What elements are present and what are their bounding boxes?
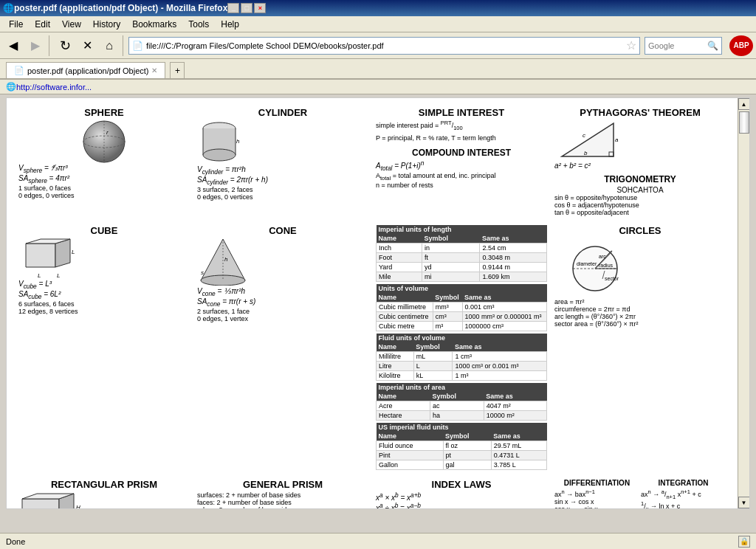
simple-interest-section: SIMPLE INTEREST simple interest paid = P… xyxy=(373,104,550,219)
menu-file[interactable]: File xyxy=(3,18,29,31)
svg-text:r: r xyxy=(106,129,109,136)
row2: CUBE L L L Vcube = L³ SAcube = 6L² 6 sur… xyxy=(16,222,729,473)
imperial-length-table: Imperial units of length NameSymbolSame … xyxy=(376,225,547,282)
addon-button[interactable]: ABP xyxy=(729,35,753,56)
row1: SPHERE r Vsphere = ⁴⁄₃πr³ SAsphere = 4πr… xyxy=(16,104,729,219)
pythagoras-formula: a² + b² = c² xyxy=(554,162,726,170)
svg-text:arc: arc xyxy=(599,254,606,259)
infobar-icon: 🌐 xyxy=(6,82,16,92)
tab-icon: 📄 xyxy=(14,66,24,75)
maximize-button[interactable]: □ xyxy=(241,3,252,13)
svg-marker-15 xyxy=(26,244,55,267)
pdf-content: SPHERE r Vsphere = ⁴⁄₃πr³ SAsphere = 4πr… xyxy=(7,98,738,508)
circles-section: CIRCLES radius diameter arc sector area … xyxy=(551,222,729,473)
forward-button[interactable]: ▶ xyxy=(25,35,46,56)
menu-view[interactable]: View xyxy=(56,18,87,31)
address-input[interactable] xyxy=(146,41,623,50)
cube-section: CUBE L L L Vcube = L³ SAcube = 6L² 6 sur… xyxy=(16,222,193,473)
menu-history[interactable]: History xyxy=(87,18,126,31)
address-bar-container[interactable]: 📄 ☆ xyxy=(128,37,640,55)
scroll-up[interactable]: ▲ xyxy=(738,98,750,110)
trig-title: TRIGONOMETRY xyxy=(554,174,726,184)
search-icon[interactable]: 🔍 xyxy=(707,41,718,51)
titlebar-title: poster.pdf (application/pdf Object) - Mo… xyxy=(14,3,227,13)
rect-prism-diagram: L W H xyxy=(18,491,85,508)
titlebar-icon: 🌐 xyxy=(3,3,14,13)
tab-close-button[interactable]: ✕ xyxy=(151,66,157,75)
circles-formula2: circumference = 2πr = πd xyxy=(554,305,726,313)
cone-diagram: h s xyxy=(197,238,249,286)
svg-marker-16 xyxy=(55,239,70,267)
separator xyxy=(49,35,52,56)
stop-button[interactable]: ✕ xyxy=(77,35,97,56)
reload-button[interactable]: ↻ xyxy=(55,35,75,56)
menu-tools[interactable]: Tools xyxy=(182,18,215,31)
svg-text:diameter: diameter xyxy=(577,261,597,266)
circles-formula1: area = πr² xyxy=(554,298,726,305)
diff-f1: axn → baxn−1 xyxy=(554,488,639,498)
index-formula2: xa ÷ xb = xa−b xyxy=(376,502,547,508)
general-prism-info1: surfaces: 2 + number of base sides xyxy=(197,491,368,499)
cylinder-formula2: SAcylinder = 2πr(r + h) xyxy=(197,176,368,186)
star-icon[interactable]: ☆ xyxy=(626,38,636,52)
cone-formula2: SAcone = πr(r + s) xyxy=(197,297,368,308)
sphere-title: SPHERE xyxy=(18,107,190,118)
back-button[interactable]: ◀ xyxy=(3,35,24,56)
general-prism-section: GENERAL PRISM surfaces: 2 + number of ba… xyxy=(194,476,371,508)
circles-diagram: radius diameter arc sector xyxy=(554,238,636,297)
close-button[interactable]: × xyxy=(254,3,266,13)
scroll-down[interactable]: ▼ xyxy=(738,497,750,508)
svg-text:H: H xyxy=(76,504,80,508)
scroll-thumb[interactable] xyxy=(739,111,749,134)
tab-pdf[interactable]: 📄 poster.pdf (application/pdf Object) ✕ xyxy=(6,62,165,78)
rect-prism-section: RECTANGULAR PRISM L W H Vrect.prism = L … xyxy=(16,476,193,508)
cylinder-formula1: Vcylinder = πr²h xyxy=(197,165,368,176)
search-container: 🔍 xyxy=(645,37,722,55)
pythagoras-title: PYTHAGORAS' THEOREM xyxy=(554,107,726,118)
svg-text:radius: radius xyxy=(599,263,614,268)
lock-icon: 🔒 xyxy=(738,536,750,548)
cube-formula1: Vcube = L³ xyxy=(18,280,190,290)
menu-bookmarks[interactable]: Bookmarks xyxy=(126,18,182,31)
cylinder-section: CYLINDER h Vcylinder = πr²h SAcylinder =… xyxy=(194,104,371,219)
int-f1: axn → a/n+1 xn+1 + c xyxy=(641,488,726,500)
infobar: 🌐 http://software.infor... xyxy=(0,80,756,94)
svg-text:a: a xyxy=(615,137,619,143)
svg-text:b: b xyxy=(584,150,588,156)
scrollbar[interactable]: ▲ ▼ xyxy=(738,98,749,508)
diff-f3: cos x → −sin x xyxy=(554,505,639,508)
diff-int-section: DIFFERENTIATION axn → baxn−1 sin x → cos… xyxy=(551,476,729,508)
menubar: File Edit View History Bookmarks Tools H… xyxy=(0,16,756,32)
int-subsection: INTEGRATION axn → a/n+1 xn+1 + c 1/x → l… xyxy=(641,479,726,508)
svg-text:c: c xyxy=(583,132,585,139)
compound-info: Atotal = total amount at end, inc. princ… xyxy=(376,172,547,189)
window-controls: _ □ × xyxy=(227,3,266,13)
svg-text:s: s xyxy=(201,269,204,276)
cylinder-diagram: h xyxy=(197,120,241,164)
home-button[interactable]: ⌂ xyxy=(99,35,120,56)
new-tab-button[interactable]: + xyxy=(170,62,185,78)
infobar-url[interactable]: http://software.infor... xyxy=(16,83,92,92)
menu-help[interactable]: Help xyxy=(215,18,245,31)
index-laws-title: INDEX LAWS xyxy=(376,479,547,490)
simple-interest-formula: simple interest paid = PRT/100 xyxy=(376,120,547,131)
menu-edit[interactable]: Edit xyxy=(29,18,56,31)
svg-point-8 xyxy=(203,149,236,161)
search-input[interactable] xyxy=(648,41,707,50)
compound-interest-title: COMPOUND INTEREST xyxy=(376,148,547,158)
page-icon: 📄 xyxy=(132,41,143,51)
statusbar: Done 🔒 xyxy=(0,533,756,549)
units-volume-table: Units of volume NameSymbolSame as Cubic … xyxy=(376,284,547,331)
cone-title: CONE xyxy=(197,225,368,236)
trig-formula3: tan θ = opposite/adjacent xyxy=(554,209,726,216)
us-fluid-table: US imperial fluid units NameSymbolSame a… xyxy=(376,423,547,470)
toolbar: ◀ ▶ ↻ ✕ ⌂ 📄 ☆ 🔍 ABP xyxy=(0,32,756,59)
minimize-button[interactable]: _ xyxy=(227,3,239,13)
diff-title: DIFFERENTIATION xyxy=(554,479,639,487)
diff-f2: sin x → cos x xyxy=(554,498,639,505)
units-section: Imperial units of length NameSymbolSame … xyxy=(373,222,550,473)
svg-text:L: L xyxy=(72,249,75,255)
imperial-length-title: Imperial units of length xyxy=(377,225,547,234)
rect-prism-title: RECTANGULAR PRISM xyxy=(18,479,190,490)
trig-formula1: sin θ = opposite/hypotenuse xyxy=(554,194,726,201)
